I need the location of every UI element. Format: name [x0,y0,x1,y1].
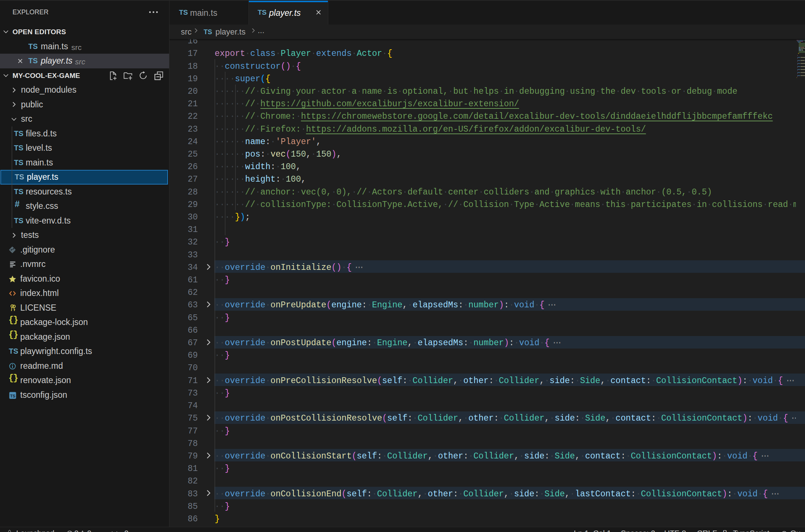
svg-text:TS: TS [10,393,15,398]
